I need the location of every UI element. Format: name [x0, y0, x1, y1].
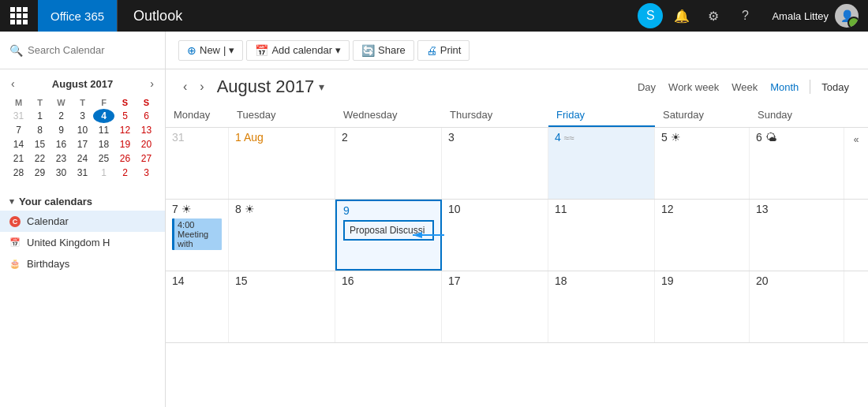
mini-cal-date[interactable]: 28	[8, 166, 29, 180]
mini-cal-date[interactable]: 11	[93, 123, 114, 137]
cal-nav: ‹ ›	[178, 77, 209, 97]
mini-cal-date[interactable]: 2	[51, 109, 72, 123]
cal-cell-13[interactable]: 13	[750, 200, 844, 271]
cal-cell-19[interactable]: 19	[655, 271, 750, 342]
cal-cell-3[interactable]: 3	[442, 128, 548, 199]
sidebar-item-calendar[interactable]: C Calendar	[0, 211, 165, 232]
collapse-button-3	[844, 271, 868, 342]
cal-view-workweek[interactable]: Work week	[662, 78, 725, 96]
mini-cal-date[interactable]: 16	[51, 137, 72, 151]
print-button[interactable]: 🖨 Print	[417, 40, 470, 61]
cal-event-meeting[interactable]: 4:00 Meeting with	[172, 218, 222, 250]
cal-cell-2[interactable]: 2	[335, 128, 442, 199]
user-menu[interactable]: Amala Littey 👤	[762, 4, 868, 28]
cal-cell-5[interactable]: 5 ☀	[655, 128, 750, 199]
calendars-section-label: Your calendars	[19, 196, 92, 207]
cal-cell-7[interactable]: 7 ☀ 4:00 Meeting with	[166, 200, 229, 271]
mini-cal-date[interactable]: 31	[8, 109, 29, 123]
cal-cell-15[interactable]: 15	[229, 271, 335, 342]
mini-cal-date[interactable]: 17	[72, 137, 93, 151]
mini-cal-date[interactable]: 19	[114, 137, 136, 151]
notifications-button[interactable]: 🔔	[668, 0, 696, 32]
mini-cal-date[interactable]: 23	[51, 151, 72, 166]
mini-cal-grid: M T W T F S S 31 1 2 3 4	[8, 96, 157, 180]
mini-cal-date-today[interactable]: 4	[93, 109, 114, 123]
cal-next-button[interactable]: ›	[195, 77, 208, 97]
toolbar: ⊕ New | ▾ 📅 Add calendar ▾ 🔄 Share 🖨 Pri…	[166, 32, 868, 69]
mini-cal-next[interactable]: ›	[147, 76, 157, 91]
office365-label[interactable]: Office 365	[38, 0, 118, 32]
mini-cal-date[interactable]: 25	[93, 151, 114, 166]
col-header-friday: Friday	[548, 104, 655, 127]
mini-cal-date[interactable]: 1	[93, 166, 114, 180]
calendar-icon: 📅	[9, 237, 21, 248]
cal-view-day[interactable]: Day	[631, 78, 662, 96]
mini-cal-date[interactable]: 7	[8, 123, 29, 137]
sidebar-item-uk-holidays[interactable]: 📅 United Kingdom H	[0, 232, 165, 253]
cal-cell-10[interactable]: 10	[442, 200, 548, 271]
cal-title-dropdown[interactable]: ▾	[319, 80, 324, 93]
cal-title: August 2017 ▾	[217, 77, 325, 97]
mini-cal-date[interactable]: 3	[72, 109, 93, 123]
cal-view-month[interactable]: Month	[764, 78, 805, 96]
col-header-thursday: Thursday	[442, 104, 548, 127]
mini-cal-date[interactable]: 29	[29, 166, 51, 180]
cal-cell-14[interactable]: 14	[166, 271, 229, 342]
calendars-section-header[interactable]: ▾ Your calendars	[0, 192, 165, 211]
mini-cal-date[interactable]: 14	[8, 137, 29, 151]
search-input[interactable]	[28, 44, 155, 56]
mini-cal-date[interactable]: 1	[29, 109, 51, 123]
cal-cell-6[interactable]: 6 🌤	[750, 128, 844, 199]
uk-holidays-label: United Kingdom H	[27, 237, 110, 248]
mini-cal-date[interactable]: 10	[72, 123, 93, 137]
new-button[interactable]: ⊕ New | ▾	[178, 40, 243, 61]
cal-cell-20[interactable]: 20	[750, 271, 844, 342]
settings-button[interactable]: ⚙	[699, 0, 728, 32]
mini-cal-date[interactable]: 21	[8, 151, 29, 166]
cal-prev-button[interactable]: ‹	[178, 77, 192, 97]
cal-cell-18[interactable]: 18	[548, 271, 655, 342]
birthdays-icon: 🎂	[9, 259, 21, 270]
date-number: 1 Aug	[235, 131, 328, 144]
cal-today-button[interactable]: Today	[815, 78, 855, 96]
cal-cell-11[interactable]: 11	[548, 200, 655, 271]
mini-cal-date[interactable]: 5	[114, 109, 136, 123]
cal-cell-31[interactable]: 31	[166, 128, 229, 199]
cal-cell-aug1[interactable]: 1 Aug	[229, 128, 335, 199]
cal-cell-8[interactable]: 8 ☀	[229, 200, 335, 271]
cal-cell-4[interactable]: 4 ≈≈	[548, 128, 655, 199]
add-calendar-button[interactable]: 📅 Add calendar ▾	[246, 40, 350, 61]
cal-cell-17[interactable]: 17	[442, 271, 548, 342]
date-number: 18	[555, 274, 648, 287]
mini-cal-date[interactable]: 20	[136, 137, 157, 151]
mini-cal-date[interactable]: 13	[136, 123, 157, 137]
date-number: 31	[172, 131, 222, 144]
mini-cal-date[interactable]: 3	[136, 166, 157, 180]
mini-cal-date[interactable]: 31	[72, 166, 93, 180]
share-button[interactable]: 🔄 Share	[353, 40, 414, 61]
mini-cal-date[interactable]: 6	[136, 109, 157, 123]
mini-cal-prev[interactable]: ‹	[8, 76, 18, 91]
skype-button[interactable]: S	[636, 0, 664, 32]
mini-cal-date[interactable]: 22	[29, 151, 51, 166]
date-number: 4 ≈≈	[555, 131, 648, 144]
mini-cal-date[interactable]: 12	[114, 123, 136, 137]
mini-cal-date[interactable]: 18	[93, 137, 114, 151]
mini-cal-date[interactable]: 30	[51, 166, 72, 180]
mini-cal-date[interactable]: 26	[114, 151, 136, 166]
mini-cal-date[interactable]: 9	[51, 123, 72, 137]
date-number: 14	[172, 274, 222, 287]
mini-cal-date[interactable]: 15	[29, 137, 51, 151]
sidebar-item-birthdays[interactable]: 🎂 Birthdays	[0, 253, 165, 274]
date-number: 13	[756, 203, 837, 215]
mini-cal-date[interactable]: 8	[29, 123, 51, 137]
help-button[interactable]: ?	[731, 0, 759, 32]
cal-cell-12[interactable]: 12	[655, 200, 750, 271]
cal-cell-16[interactable]: 16	[335, 271, 442, 342]
cal-view-week[interactable]: Week	[725, 78, 764, 96]
mini-cal-date[interactable]: 27	[136, 151, 157, 166]
mini-cal-date[interactable]: 2	[114, 166, 136, 180]
mini-cal-date[interactable]: 24	[72, 151, 93, 166]
waffle-button[interactable]	[0, 0, 38, 32]
collapse-button[interactable]: «	[844, 128, 868, 199]
